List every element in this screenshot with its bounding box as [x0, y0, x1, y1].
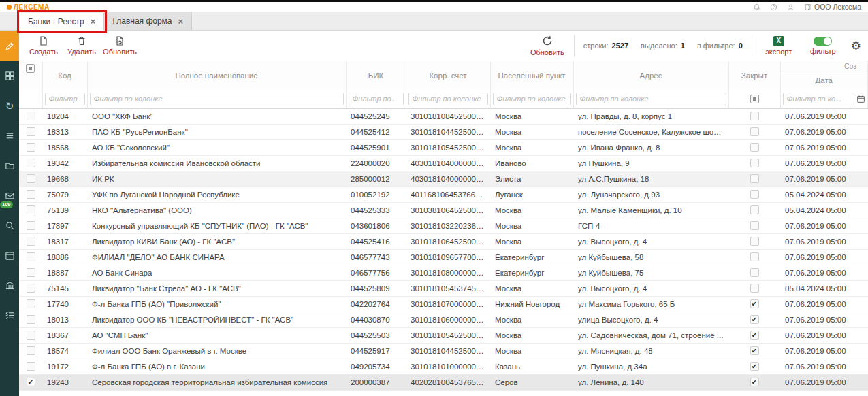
table-row[interactable]: 75139НКО "Альтернатива" (ООО)04452533330… — [19, 202, 868, 218]
tab-glavnaya-forma[interactable]: Главная форма × — [104, 12, 192, 30]
create-button[interactable]: Создать — [26, 35, 61, 56]
sidebar-item-menu[interactable] — [0, 120, 19, 150]
closed-checkbox[interactable] — [750, 127, 759, 136]
table-row[interactable]: 17897Конкурсный управляющий КБ "СПУТНИК"… — [19, 218, 868, 233]
row-checkbox[interactable] — [27, 315, 35, 324]
sidebar-item-edit[interactable] — [0, 31, 19, 61]
row-checkbox[interactable] — [27, 221, 35, 230]
sidebar-item-modules[interactable] — [0, 61, 19, 90]
refresh-form-button[interactable]: Обновить — [102, 35, 138, 56]
closed-checkbox[interactable]: ✔ — [750, 346, 759, 355]
row-checkbox[interactable] — [27, 331, 35, 340]
row-checkbox[interactable] — [27, 252, 35, 261]
closed-checkbox[interactable] — [750, 112, 759, 120]
closed-checkbox[interactable] — [750, 268, 759, 277]
sidebar-item-folders[interactable] — [0, 150, 19, 180]
filter-bik-input[interactable] — [349, 93, 404, 105]
row-checkbox[interactable] — [27, 346, 35, 355]
row-checkbox[interactable] — [27, 159, 35, 167]
tab-label: Банки - Реестр — [28, 17, 84, 27]
help-icon[interactable] — [770, 3, 777, 11]
sidebar-item-mail[interactable]: 109 — [0, 180, 19, 210]
closed-checkbox[interactable] — [750, 221, 759, 230]
filter-name-input[interactable] — [90, 93, 344, 105]
row-checkbox[interactable] — [27, 284, 35, 293]
filter-code-input[interactable] — [45, 93, 85, 105]
column-header-closed[interactable]: Закрыт — [728, 61, 780, 90]
closed-checkbox[interactable]: ✔ — [750, 315, 759, 324]
table-row[interactable]: 75079УФК по Луганской Народной Республик… — [19, 186, 868, 202]
table-row[interactable]: ✔19243Серовская городская территориальна… — [19, 374, 868, 390]
column-header-account[interactable]: Корр. счет — [406, 61, 490, 90]
delete-button[interactable]: Удалить — [64, 35, 99, 56]
close-tab-icon[interactable]: × — [178, 17, 184, 26]
row-checkbox[interactable] — [27, 127, 35, 136]
app-logo[interactable]: ЛЕКСЕМА — [7, 3, 50, 11]
sidebar-item-sync[interactable]: ↻ — [0, 90, 19, 120]
table-row[interactable]: 18574Филиал ООО Банк Оранжевый в г. Моск… — [19, 343, 868, 359]
close-tab-icon[interactable]: × — [91, 17, 96, 26]
row-checkbox[interactable] — [27, 237, 35, 246]
closed-checkbox[interactable]: ✔ — [750, 362, 759, 371]
filter-toggle[interactable]: фильтр — [805, 37, 841, 55]
company-name[interactable]: ООО Лексема — [804, 3, 861, 11]
export-button[interactable]: X экспорт — [761, 36, 797, 56]
sidebar-item-search[interactable] — [0, 210, 19, 240]
table-row[interactable]: 18204ООО "ХКФ Банк"044525245301018108452… — [19, 108, 868, 124]
date-picker-calendar-icon[interactable] — [856, 95, 865, 103]
row-checkbox[interactable] — [27, 205, 35, 214]
closed-checkbox[interactable]: ✔ — [750, 299, 759, 308]
settings-gear-icon[interactable]: ⚙ — [851, 40, 861, 52]
closed-checkbox[interactable] — [750, 159, 759, 167]
row-checkbox[interactable] — [27, 299, 35, 308]
row-checkbox[interactable] — [27, 143, 35, 152]
filter-account-input[interactable] — [408, 93, 488, 105]
table-row[interactable]: 19342Избирательная комиссия Ивановской о… — [19, 155, 868, 171]
closed-checkbox[interactable] — [750, 190, 759, 199]
sidebar-item-tasks[interactable] — [0, 300, 19, 330]
row-checkbox[interactable] — [27, 112, 35, 120]
table-row[interactable]: 18568АО КБ "Соколовский"0445259013010181… — [19, 139, 868, 155]
column-header-date[interactable]: Дата — [780, 71, 868, 90]
filter-city-input[interactable] — [493, 93, 571, 105]
user-icon[interactable] — [787, 3, 794, 11]
notifications-bell-icon[interactable] — [753, 3, 760, 11]
column-header-address[interactable]: Адрес — [573, 61, 728, 90]
table-row[interactable]: 19668ИК РК2850000124030181040000000...Эл… — [19, 171, 868, 186]
row-checkbox[interactable] — [27, 268, 35, 277]
cell-address: ул А.С.Пушкина, 18 — [573, 171, 728, 186]
closed-checkbox[interactable] — [750, 143, 759, 152]
closed-checkbox[interactable] — [750, 205, 759, 214]
filter-date-input[interactable] — [783, 93, 855, 105]
row-checkbox[interactable] — [27, 190, 35, 199]
closed-checkbox[interactable] — [750, 174, 759, 183]
table-row[interactable]: 19172Ф-л Банка ГПБ (АО) в г. Казани04920… — [19, 359, 868, 374]
row-checkbox[interactable] — [27, 174, 35, 183]
table-row[interactable]: 18313ПАО КБ "РусьРегионБанк"044525412301… — [19, 124, 868, 139]
table-row[interactable]: 18367АО "СМП Банк"0445255033010181054525… — [19, 327, 868, 343]
table-row[interactable]: 75145Ликвидатор "Банк Стрела" АО - ГК "А… — [19, 280, 868, 296]
closed-checkbox[interactable] — [750, 237, 759, 246]
select-all-checkbox[interactable] — [26, 64, 35, 73]
closed-checkbox[interactable] — [750, 284, 759, 293]
table-row[interactable]: 18886ФИЛИАЛ "ДЕЛО" АО БАНК СИНАРА0465777… — [19, 249, 868, 265]
column-header-name[interactable]: Полное наименование — [87, 61, 346, 90]
tab-banki-reestr[interactable]: Банки - Реестр × — [20, 13, 104, 31]
table-row[interactable]: 18317Ликвидатор КИВИ Банк (АО) - ГК "АСВ… — [19, 233, 868, 249]
column-header-bik[interactable]: БИК — [346, 61, 406, 90]
table-row[interactable]: 18013Ликвидатор ООО КБ "НЕВАСТРОЙИНВЕСТ"… — [19, 312, 868, 327]
sidebar-item-bank[interactable] — [0, 270, 19, 300]
closed-checkbox[interactable] — [750, 252, 759, 261]
row-checkbox[interactable]: ✔ — [27, 378, 35, 386]
table-row[interactable]: 17740Ф-л Банка ГПБ (АО) "Приволжский"042… — [19, 296, 868, 312]
refresh-grid-button[interactable]: Обновить — [530, 35, 565, 56]
sidebar-item-calendar[interactable] — [0, 240, 19, 270]
table-row[interactable]: 18887АО Банк Синара046577756301018108000… — [19, 265, 868, 280]
closed-checkbox[interactable]: ✔ — [750, 378, 759, 386]
closed-checkbox[interactable]: ✔ — [750, 331, 759, 340]
filter-closed-checkbox[interactable] — [750, 95, 759, 103]
filter-address-input[interactable] — [576, 93, 726, 105]
column-header-code[interactable]: Код — [42, 61, 87, 90]
row-checkbox[interactable] — [27, 362, 35, 371]
column-header-city[interactable]: Населенный пункт — [490, 61, 573, 90]
